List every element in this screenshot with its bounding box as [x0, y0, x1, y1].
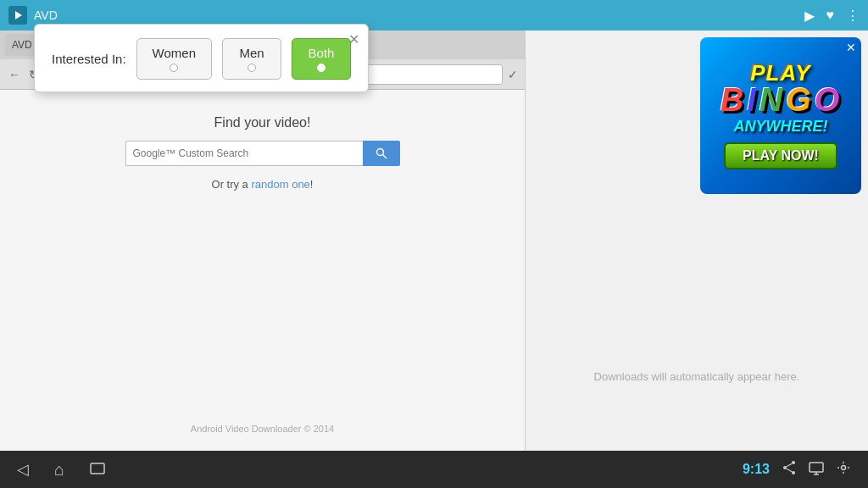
home-icon[interactable]: ⌂ — [54, 460, 64, 480]
bingo-g: G — [786, 84, 813, 116]
interested-label: Interested In: — [52, 52, 126, 66]
search-button[interactable] — [363, 141, 400, 166]
svg-line-8 — [787, 463, 792, 467]
top-bar-right: ▶ ♥ ⋮ — [804, 8, 860, 24]
share-icon[interactable] — [782, 460, 797, 480]
svg-rect-4 — [91, 463, 104, 474]
both-radio — [317, 64, 326, 72]
svg-point-2 — [376, 149, 383, 156]
random-prefix: Or try a — [212, 178, 252, 191]
search-row — [125, 141, 400, 166]
downloads-text: Downloads will automatically appear here… — [594, 370, 800, 383]
settings-icon[interactable] — [836, 460, 851, 480]
both-label: Both — [309, 46, 335, 60]
footer-text: Android Video Downloader © 2014 — [191, 424, 334, 434]
left-panel: ✕ Interested In: Women Men Both AVD ✕ + — [0, 30, 526, 451]
back-button[interactable]: ← — [7, 66, 22, 83]
svg-line-9 — [787, 469, 792, 472]
top-bar-left: AVD — [8, 6, 58, 25]
random-link[interactable]: random one — [251, 178, 309, 191]
app-title: AVD — [34, 8, 58, 22]
ad-close-button[interactable]: ✕ — [846, 41, 856, 54]
ad-bingo-text: B I N G O — [721, 84, 842, 116]
time-display: 9:13 — [743, 462, 770, 477]
main-layout: ✕ Interested In: Women Men Both AVD ✕ + — [0, 30, 868, 451]
play-icon[interactable]: ▶ — [804, 8, 815, 24]
app-icon — [8, 6, 27, 25]
right-panel: ✕ PLAY B I N G O ANYWHERE! PLAY NOW! Dow… — [526, 30, 868, 451]
popup-close-button[interactable]: ✕ — [348, 31, 359, 47]
women-button[interactable]: Women — [136, 38, 212, 80]
men-label: Men — [239, 46, 264, 60]
bottom-left: ◁ ⌂ — [17, 460, 105, 480]
both-button[interactable]: Both — [292, 38, 351, 80]
men-radio — [248, 64, 256, 72]
tab-label: AVD — [12, 39, 32, 51]
browser-content: Find your video! Or try a random one! An… — [0, 90, 525, 451]
bingo-i: I — [747, 84, 758, 116]
svg-point-7 — [783, 466, 787, 469]
random-suffix: ! — [310, 178, 314, 191]
screen-icon[interactable] — [809, 460, 824, 480]
bingo-b: B — [721, 84, 745, 116]
svg-line-3 — [382, 155, 387, 159]
bingo-o: O — [815, 84, 842, 116]
random-text: Or try a random one! — [212, 178, 314, 191]
bingo-n: N — [760, 84, 784, 116]
bingo-ad[interactable]: ✕ PLAY B I N G O ANYWHERE! PLAY NOW! — [700, 37, 861, 194]
recent-apps-icon[interactable] — [90, 461, 105, 479]
heart-icon[interactable]: ♥ — [826, 8, 835, 23]
more-icon[interactable]: ⋮ — [846, 8, 860, 24]
svg-rect-10 — [810, 463, 823, 472]
go-button[interactable]: ✓ — [508, 68, 518, 81]
interested-popup: ✕ Interested In: Women Men Both — [34, 24, 369, 92]
bottom-bar: ◁ ⌂ 9:13 — [0, 451, 868, 488]
svg-point-5 — [792, 461, 795, 464]
find-video-title: Find your video! — [214, 115, 311, 130]
women-radio — [170, 64, 178, 72]
ad-play-text: PLAY — [750, 62, 810, 84]
men-button[interactable]: Men — [222, 38, 281, 80]
svg-point-6 — [792, 471, 795, 474]
ad-play-now-button[interactable]: PLAY NOW! — [724, 142, 837, 169]
bottom-right: 9:13 — [743, 460, 851, 480]
women-label: Women — [153, 46, 196, 60]
svg-point-13 — [842, 465, 846, 469]
ad-anywhere-text: ANYWHERE! — [734, 118, 828, 136]
search-input[interactable] — [125, 141, 363, 166]
back-nav-icon[interactable]: ◁ — [17, 460, 29, 479]
